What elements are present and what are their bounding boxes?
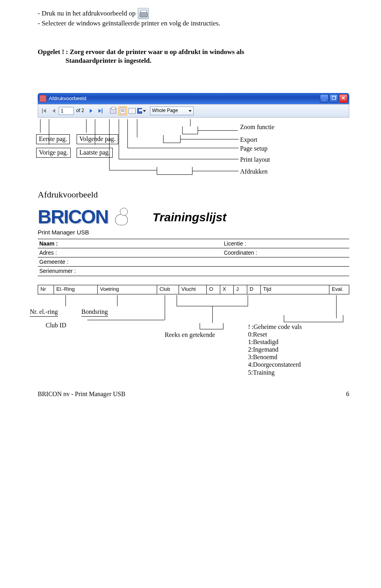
code-0: ! :Geheime code vals [248,323,302,331]
window-titlebar: Afdrukvoorbeeld _ ❐ ✕ [38,93,349,104]
label-adres: Adres : [38,248,77,257]
code-5: 4:Doorgeconstateerd [248,361,302,368]
close-button[interactable]: ✕ [339,94,348,103]
warning-block: Opgelet ! : Zorg ervoor dat de printer w… [38,48,349,65]
col-club: Club [157,285,179,294]
label-gemeente: Gemeente : [38,257,77,266]
report-subtitle: Print Manager USB [38,228,349,236]
chevron-down-icon [143,110,146,112]
code-3: 2:Ingemand [248,346,302,353]
warning-rest1: Zorg ervoor dat de printer waar u op afd… [70,48,244,56]
toolbar-annotations: Eerste pag. Volgende pag. Vorige pag. La… [38,119,349,187]
label-bondsring: Bondsring [81,308,108,317]
label-licentie: Licentie : [222,239,270,248]
prev-page-button[interactable] [49,106,58,115]
col-x: X [220,285,234,294]
zoom-selected-label: Whole Page [152,108,178,114]
label-page-setup: Page setup [240,145,267,153]
code-2: 1:Bestadigd [248,338,302,346]
first-page-button[interactable] [40,106,48,115]
page-of-label: of 2 [75,108,86,114]
label-eerste: Eerste pag. [36,134,70,144]
page-icon [120,108,125,114]
label-zoom: Zoom functie [240,123,275,132]
duck-icon [113,206,132,228]
window-title: Afdrukvoorbeeld [49,95,87,102]
next-page-button[interactable] [87,106,95,115]
info-table: Naam : Licentie : Adres : Coordinaten : … [38,239,349,276]
col-o: O [207,285,220,294]
label-reeks: Reeks en getekende [165,331,215,339]
label-laatste: Laatste pag. [77,148,113,158]
col-elring: El.-Ring [54,285,98,294]
bricon-logo: BRICON [38,205,108,229]
col-d: D [247,285,261,294]
label-print-layout: Print layout [240,156,270,164]
book-icon [129,108,136,114]
print-preview-toolbar: of 2 Whole Page [38,104,349,118]
col-tijd: Tijd [261,285,329,294]
warning-rest2: Standaardprinter is ingesteld. [65,56,349,65]
print-button[interactable] [109,106,117,115]
page-setup-button[interactable] [128,106,137,115]
last-page-button[interactable] [96,106,105,115]
printer-icon-small [110,108,116,114]
label-nr-elring: Nr. el.-ring [30,308,58,317]
label-serienr: Serienummer : [38,267,77,275]
intro-text-2: - Selecteer de windows geïnstalleerde pr… [38,19,349,28]
printer-icon [138,8,149,19]
label-naam: Naam : [38,239,77,248]
report-header: BRICON Trainingslijst [38,205,349,229]
col-nr: Nr [38,285,54,294]
export-button[interactable] [137,106,146,115]
warning-lead: Opgelet ! : [38,48,70,56]
print-layout-button[interactable] [118,106,127,115]
code-list: ! :Geheime code vals 0:Reset 1:Bestadigd… [248,323,302,376]
label-vorige: Vorige pag. [36,148,71,158]
minimize-button[interactable]: _ [320,94,329,103]
column-annotations: Nr. el.-ring Bondsring Club ID Reeks en … [38,295,349,367]
code-4: 3:Benoemd [248,353,302,361]
footer-left: BRICON nv - Print Manager USB [38,390,125,398]
code-6: 5:Training [248,369,302,376]
chevron-down-icon [189,110,192,112]
columns-header: Nr El.-Ring Voetring Club Vlucht O X J D… [38,285,349,294]
label-volgende: Volgende pag. [77,134,118,144]
zoom-select[interactable]: Whole Page [150,106,194,115]
report-title: Trainingslijst [152,209,226,225]
intro-line-1: - Druk nu in het afdrukvoorbeeld op [38,8,349,19]
label-afdrukken: Afdrukken [240,168,267,176]
col-eval: Eval. [329,285,349,294]
label-export: Export [240,136,258,144]
app-icon [39,95,46,102]
col-voetring: Voetring [98,285,157,294]
label-coord: Coordinaten : [222,248,270,257]
label-clubid: Club ID [46,321,66,330]
footer-page-number: 6 [346,390,349,398]
col-vlucht: Vlucht [179,285,207,294]
page-number-input[interactable] [59,107,74,115]
preview-heading: Afdrukvoorbeeld [38,189,349,201]
code-1: 0:Reset [248,331,302,338]
save-icon [137,108,142,114]
intro-text-1: - Druk nu in het afdrukvoorbeeld op [38,9,135,18]
maximize-button[interactable]: ❐ [329,94,338,103]
col-j: J [234,285,247,294]
